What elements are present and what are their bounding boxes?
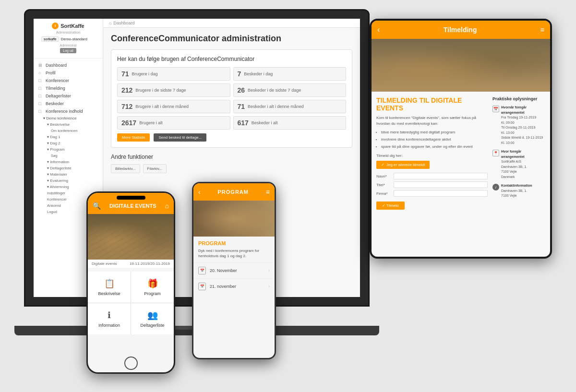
stats-section-title: Her kan du følge brugen af ConferenceCom… <box>117 56 346 62</box>
tablet-left: TILMELDING TIL DIGITALE EVENTS Kom til k… <box>376 96 488 210</box>
stat-0: 71 Brugere i dag <box>117 67 230 81</box>
already-btn-label: Jeg er allerede tilmeldt <box>386 163 425 167</box>
logo-icon: i <box>52 23 59 29</box>
nav-sub-dag2[interactable]: ▾ Dag 2 <box>34 140 103 146</box>
practical-item-2: i Kontaktinformation Damhaven 3B, 1.7100… <box>492 183 545 199</box>
day-label-0: 20. November <box>210 268 237 273</box>
stat-label-3: Beskeder i de sidste 7 dage <box>248 88 301 93</box>
tablet: ‹ Tilmelding ≡ TILMELDING TIL DIGITALE E… <box>370 19 552 259</box>
nav-sub-sog[interactable]: Søg <box>34 153 103 159</box>
already-tilmeldt-button[interactable]: ✓ Jeg er allerede tilmeldt <box>376 161 430 169</box>
practical-item-1: 📍 Hvor foregår arrangementet SortKaffe A… <box>492 149 545 179</box>
program-desc: Dyk ned i konferencens program for henho… <box>193 248 275 262</box>
day-item-1[interactable]: 📅 21. november › <box>193 278 275 294</box>
navn-input[interactable] <box>394 173 488 179</box>
stat-num-3: 26 <box>238 86 245 94</box>
stat-label-1: Beskeder i dag <box>244 71 273 76</box>
form-row-navn: Navn* <box>376 173 488 179</box>
page-title: ConferenceCommunicator administration <box>111 34 352 44</box>
nav-item-konference-indhold[interactable]: □ Konference indhold <box>34 107 103 115</box>
grid-item-beskrivelse[interactable]: 📋 Beskrivelse <box>88 272 131 303</box>
phone-left: 🔍 DIGITALE EVENTS ⌂ Digitale events 19-1… <box>86 191 175 374</box>
location-icon: 📍 <box>492 150 499 156</box>
tilmelding-icon: □ <box>38 86 43 91</box>
info-icon: i <box>492 184 499 190</box>
func-buttons: Billedarkiv... Filarkiv... <box>111 164 352 173</box>
prac-text-2: Kontaktinformation Damhaven 3B, 1.7100 V… <box>501 183 532 199</box>
arrow-right-0: › <box>268 268 270 273</box>
konference-indhold-icon: □ <box>38 109 43 114</box>
nav-item-tilmelding[interactable]: □ Tilmelding <box>34 84 103 92</box>
phone-mid-back-icon[interactable]: ‹ <box>198 188 201 196</box>
prac-text-0: Hvornår foregår arrangementet Fra Tirsda… <box>501 105 545 145</box>
tablet-screen: ‹ Tilmelding ≡ TILMELDING TIL DIGITALE E… <box>372 21 550 257</box>
nav-sub-evaluering[interactable]: ▾ Evaluering <box>34 178 103 184</box>
nav-dashboard-label: Dashboard <box>46 63 67 68</box>
nav-tilmelding-label: Tilmelding <box>46 86 65 91</box>
phone-search-icon[interactable]: 🔍 <box>93 202 101 210</box>
nav-sub-afstemning[interactable]: ▾ Afstemning <box>34 184 103 190</box>
bullet-1: involvere dine konferencedeltagere aktiv… <box>381 137 488 143</box>
form-label-firma: Firma* <box>376 191 392 196</box>
grid-label-1: Program <box>144 291 161 296</box>
nav-item-profil[interactable]: ○ Profil <box>34 69 103 77</box>
tilmeld-button[interactable]: ✓ Tilmeld <box>376 202 405 210</box>
nav-sub-program[interactable]: ▾ Program <box>34 146 103 153</box>
program-image <box>193 201 275 237</box>
nav-sub-deltagerliste[interactable]: ▾ Deltagerliste <box>34 165 103 171</box>
phone-home-icon[interactable]: ⌂ <box>165 202 169 210</box>
grid-label-2: Information <box>98 323 120 328</box>
send-button[interactable]: Send besked til deltage... <box>154 133 206 142</box>
breadcrumb-text: Dashboard <box>113 21 134 25</box>
nav-beskeder-label: Beskeder <box>46 101 64 106</box>
phone-mid-menu-icon[interactable]: ≡ <box>266 188 270 196</box>
deltagerliste-icon: 👥 <box>147 310 158 321</box>
firma-input[interactable] <box>394 190 488 197</box>
stat-num-2: 212 <box>121 86 132 94</box>
tablet-menu-icon[interactable]: ≡ <box>540 26 544 34</box>
user-role: Administrat <box>37 44 99 47</box>
stat-label-5: Beskeder i alt i denne måned <box>248 104 304 109</box>
nav-item-konferencer[interactable]: □ Konferencer <box>34 77 103 84</box>
nav-sub-materialer[interactable]: ▾ Materialer <box>34 171 103 178</box>
stat-label-6: Brugere i alt <box>139 120 163 125</box>
billedarkiv-button[interactable]: Billedarkiv... <box>111 164 140 173</box>
nav-item-dashboard[interactable]: ⊞ Dashboard <box>34 61 103 69</box>
nav-item-beskeder[interactable]: □ Beskeder <box>34 100 103 107</box>
tablet-right: Praktiske oplysninger 📅 Hvornår foregår … <box>492 96 545 210</box>
phone-home-button[interactable] <box>124 356 138 370</box>
nav-sub-om[interactable]: Om konferencen <box>34 128 103 134</box>
brand-subtitle: Administration <box>37 30 99 35</box>
dashboard-icon: ⊞ <box>38 63 43 68</box>
grid-item-program[interactable]: 🎁 Program <box>131 272 174 303</box>
day-item-0[interactable]: 📅 20. November › <box>193 262 275 278</box>
logout-button[interactable]: Log ud <box>60 48 76 53</box>
tablet-back-icon[interactable]: ‹ <box>377 25 380 34</box>
nav-deltagerlister-label: Deltagerlister <box>46 94 71 98</box>
titel-input[interactable] <box>394 181 488 188</box>
filarkiv-button[interactable]: Filarkiv... <box>143 164 167 173</box>
grid-item-deltagerliste[interactable]: 👥 Deltagerliste <box>131 303 174 334</box>
cal-icon-0: 📅 <box>198 267 206 274</box>
statistik-button[interactable]: Mere Statistik <box>117 133 150 142</box>
nav-sub-dag1[interactable]: ▾ Dag 1 <box>34 134 103 140</box>
grid-label-3: Deltagerliste <box>140 323 164 328</box>
nav-konferencer-label: Konferencer <box>46 78 69 83</box>
day-label-1: 21. november <box>210 284 236 289</box>
arrow-right-1: › <box>268 284 270 289</box>
stat-7: 617 Beskeder i alt <box>233 116 347 130</box>
grid-item-information[interactable]: ℹ Information <box>88 303 131 334</box>
stat-num-7: 617 <box>238 119 249 127</box>
phone-mid-header: ‹ PROGRAM ≡ <box>193 183 275 201</box>
nav-sub-information[interactable]: ▾ Information <box>34 159 103 165</box>
tablet-bullets: blive mere bæredygtig med digitalt progr… <box>376 130 488 150</box>
nav-item-deltagerlister[interactable]: □ Deltagerlister <box>34 92 103 100</box>
phone-notch <box>117 196 145 200</box>
phone-grid: 📋 Beskrivelse 🎁 Program ℹ Information 👥 … <box>88 272 174 334</box>
form-row-titel: Titel* <box>376 181 488 188</box>
nav-sub-demo[interactable]: ▾ Demo konference <box>34 115 103 121</box>
nav-sub-beskrivelse[interactable]: ▾ Beskrivelse <box>34 121 103 128</box>
profil-icon: ○ <box>38 71 43 75</box>
nav-profil-label: Profil <box>46 71 56 75</box>
konferencer-icon: □ <box>38 78 43 83</box>
